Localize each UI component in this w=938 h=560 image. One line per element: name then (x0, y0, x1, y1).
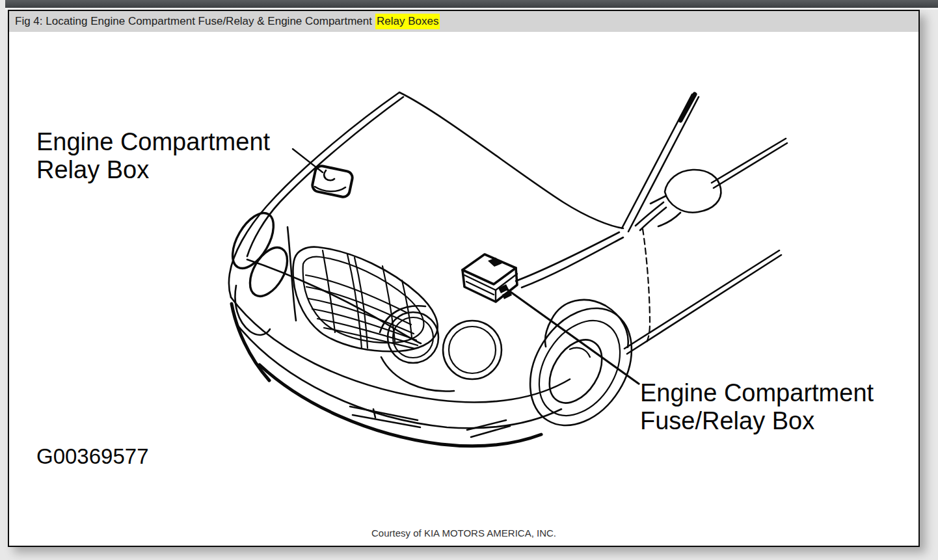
car-body (229, 92, 787, 354)
figure-canvas: Engine Compartment Relay Box Engine Comp… (9, 32, 918, 546)
relay-box-label: Engine Compartment Relay Box (36, 128, 270, 184)
fuse-relay-box-label-line2: Fuse/Relay Box (640, 407, 874, 435)
fuse-relay-box-label-line1: Engine Compartment (640, 379, 874, 407)
figure-id: G00369577 (36, 444, 149, 469)
figure-window: Fig 4: Locating Engine Compartment Fuse/… (8, 10, 920, 547)
relay-box-label-line1: Engine Compartment (36, 128, 270, 156)
figure-title-bar: Fig 4: Locating Engine Compartment Fuse/… (9, 11, 918, 32)
fuse-relay-box-drawing (462, 254, 517, 302)
window-top-edge (5, 0, 938, 10)
fuse-relay-box-label: Engine Compartment Fuse/Relay Box (640, 379, 874, 435)
relay-box-label-line2: Relay Box (36, 156, 270, 184)
courtesy-note: Courtesy of KIA MOTORS AMERICA, INC. (9, 527, 918, 539)
leader-line-relay-box (293, 149, 323, 172)
figure-title-highlight: Relay Boxes (375, 14, 440, 29)
figure-title-text: Fig 4: Locating Engine Compartment Fuse/… (15, 15, 372, 27)
grille (293, 247, 437, 352)
relay-box-drawing (311, 165, 353, 198)
